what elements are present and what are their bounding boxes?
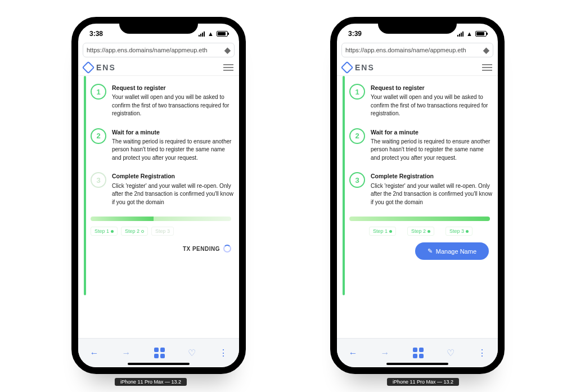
step-1-body: Your wallet will open and you will be as… [371,94,488,116]
step-1-body: Your wallet will open and you will be as… [112,94,229,116]
step-3-body: Click 'register' and your wallet will re… [371,183,492,205]
wifi-icon: ▲ [466,30,472,37]
menu-icon[interactable] [223,64,233,71]
app-header: ENS [78,60,239,76]
tx-pending-label: TX PENDING [183,246,220,252]
app-header: ENS [337,60,498,76]
step-1: 1 Request to register Your wallet will o… [91,84,233,118]
back-icon[interactable]: ← [90,348,99,358]
tabs-icon[interactable] [413,348,424,358]
pending-icon [141,230,144,233]
check-icon [466,230,469,233]
step-1: 1 Request to register Your wallet will o… [349,84,492,118]
pencil-icon: ✎ [428,247,433,255]
step-2-title: Wait for a minute [112,128,233,137]
step-2: 2 Wait for a minute The waiting period i… [91,128,233,163]
ens-logo-icon [82,61,95,74]
signal-icon [199,31,205,37]
registration-content: 1 Request to register Your wallet will o… [78,76,239,346]
step-tabs: Step 1 Step 2 Step 3 [349,227,492,236]
address-bar[interactable]: https://app.ens.domains/name/appmeup.eth… [83,43,235,57]
check-icon [389,230,392,233]
manage-name-label: Manage Name [436,248,476,255]
step-3-title: Complete Registration [112,172,233,181]
menu-icon[interactable] [482,64,492,71]
ethereum-icon[interactable]: ◆ [483,46,489,55]
device-caption-left: iPhone 11 Pro Max — 13.2 [115,378,187,386]
forward-icon[interactable]: → [381,348,390,358]
step-tab-3[interactable]: Step 3 [446,227,472,236]
step-2: 2 Wait for a minute The waiting period i… [349,128,492,163]
tabs-icon[interactable] [154,348,165,358]
spinner-icon [223,245,231,253]
favorite-icon[interactable]: ♡ [447,348,454,358]
step-3-badge: 3 [91,172,106,188]
tx-pending-indicator: TX PENDING [91,242,233,253]
phone-right: 3:39 ▲ https://app.ens.domains/name/appm… [330,17,505,374]
phone-left: 3:38 ▲ https://app.ens.domains/name/appm… [71,17,246,374]
battery-icon [217,31,228,37]
progress-vertical-line [84,76,86,295]
progress-vertical-line [343,76,345,295]
ens-logo-icon [341,61,354,74]
step-3-badge: 3 [349,172,365,188]
progress-bar [349,217,490,221]
step-2-badge: 2 [91,128,106,144]
signal-icon [457,31,464,37]
progress-bar [91,217,231,221]
step-3-body: Click 'register' and your wallet will re… [112,183,233,205]
favorite-icon[interactable]: ♡ [188,348,196,358]
home-indicator[interactable] [386,363,448,365]
more-icon[interactable]: ⋮ [219,348,228,358]
wifi-icon: ▲ [208,30,214,37]
back-icon[interactable]: ← [349,348,358,358]
home-indicator[interactable] [128,363,190,365]
step-2-body: The waiting period is required to ensure… [371,138,490,161]
address-bar[interactable]: https://app.ens.domains/name/appmeup.eth… [341,43,493,57]
step-tab-2[interactable]: Step 2 [121,227,148,236]
more-icon[interactable]: ⋮ [478,348,487,358]
address-text: https://app.ens.domains/name/appmeup.eth [345,47,483,53]
registration-content: 1 Request to register Your wallet will o… [337,76,498,346]
step-3: 3 Complete Registration Click 'register'… [349,172,492,206]
step-3: 3 Complete Registration Click 'register'… [91,172,233,206]
battery-icon [475,31,487,37]
clock: 3:38 [89,30,103,38]
address-text: https://app.ens.domains/name/appmeup.eth [87,47,224,53]
step-1-badge: 1 [91,84,106,100]
step-tab-3[interactable]: Step 3 [151,227,174,236]
manage-name-button[interactable]: ✎ Manage Name [415,242,489,260]
step-tab-2[interactable]: Step 2 [407,227,434,236]
step-tab-1[interactable]: Step 1 [369,227,396,236]
ethereum-icon[interactable]: ◆ [224,46,231,55]
step-1-title: Request to register [371,84,492,92]
step-3-title: Complete Registration [371,172,492,181]
device-caption-right: iPhone 11 Pro Max — 13.2 [387,378,459,386]
brand-text: ENS [355,63,375,72]
device-notch [119,17,198,34]
brand[interactable]: ENS [343,63,375,72]
step-2-badge: 2 [349,128,365,144]
check-icon [111,230,114,233]
clock: 3:39 [348,30,362,38]
brand[interactable]: ENS [84,63,116,72]
step-1-title: Request to register [112,84,233,92]
brand-text: ENS [96,63,116,72]
step-1-badge: 1 [349,84,365,100]
step-tab-1[interactable]: Step 1 [91,227,118,236]
step-tabs: Step 1 Step 2 Step 3 [91,227,233,236]
device-notch [378,17,457,34]
step-2-body: The waiting period is required to ensure… [112,138,231,161]
forward-icon[interactable]: → [122,348,131,358]
check-icon [428,230,430,233]
step-2-title: Wait for a minute [371,128,492,137]
